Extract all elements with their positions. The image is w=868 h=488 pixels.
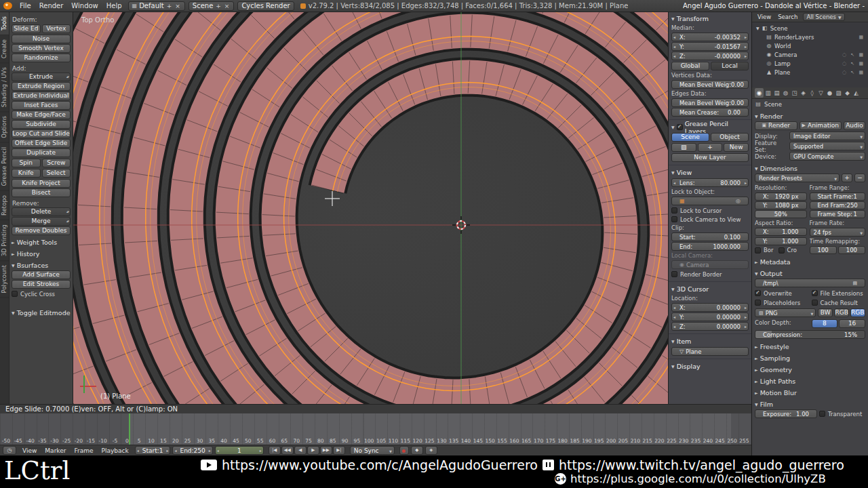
restrict-toggle-icons[interactable]: ◌ ↖ ▦ bbox=[842, 52, 867, 58]
editor-type-selector[interactable]: ◷ bbox=[3, 446, 16, 455]
tool-button[interactable]: Randomize bbox=[12, 54, 71, 62]
checkbox[interactable] bbox=[778, 247, 785, 253]
aspect-y-field[interactable]: Y:1.000 bbox=[755, 237, 807, 245]
restrict-toggle-icons[interactable]: ◌ ↖ ▦ bbox=[842, 70, 867, 75]
orientation-global-button[interactable]: Global bbox=[671, 62, 709, 70]
insert-keyframe-icon[interactable]: ◈ bbox=[425, 446, 437, 455]
remap-old-field[interactable]: 100 bbox=[810, 246, 837, 254]
render-border-checkbox[interactable]: Render Border bbox=[671, 270, 749, 279]
depth-16-button[interactable]: 16 bbox=[839, 319, 865, 328]
end-frame-field[interactable]: End Fram:250 bbox=[810, 201, 865, 209]
decrement-icon[interactable]: ◂ bbox=[217, 448, 219, 453]
outliner-item[interactable]: ◉ Camera ◌ ↖ ▦ bbox=[753, 50, 867, 59]
bisect-button[interactable]: Bisect bbox=[12, 188, 71, 197]
panel-header-metadata[interactable]: ►Metadata bbox=[755, 257, 865, 266]
add-preset-button[interactable]: + bbox=[842, 174, 852, 182]
output-path-field[interactable]: /tmp\▤ bbox=[755, 279, 865, 287]
orientation-local-button[interactable]: Local bbox=[711, 62, 749, 70]
checkbox[interactable] bbox=[671, 207, 677, 214]
tool-button[interactable]: Offset Edge Slide bbox=[12, 139, 71, 148]
decrement-icon[interactable]: ◂ bbox=[673, 44, 675, 49]
playback-button[interactable]: ▶ bbox=[307, 446, 319, 455]
vertex-bevel-weight-field[interactable]: Mean Bevel Weig:0.00 bbox=[671, 80, 749, 89]
delete-menu-button[interactable]: Delete bbox=[12, 207, 71, 216]
properties-tab-icon[interactable]: ◭ bbox=[852, 88, 861, 98]
resolution-x-field[interactable]: X:1920 px bbox=[755, 192, 807, 201]
outliner-item-scene[interactable]: ▼ ◧ Scene bbox=[753, 24, 867, 33]
remove-preset-button[interactable]: − bbox=[854, 174, 865, 182]
timeline-menu-item[interactable]: Frame bbox=[70, 447, 97, 454]
menu-item[interactable]: Help bbox=[102, 2, 126, 9]
timeline-menu-item[interactable]: Marker bbox=[41, 447, 70, 454]
folder-icon[interactable]: ▤ bbox=[852, 281, 857, 286]
remove-doubles-button[interactable]: Remove Doubles bbox=[12, 226, 71, 235]
checkbox[interactable] bbox=[755, 247, 761, 253]
outliner-item[interactable]: ▲ Plane ◌ ↖ ▦ bbox=[753, 68, 867, 77]
properties-tab-icon[interactable]: ◉ bbox=[755, 88, 764, 98]
file-format-dropdown[interactable]: ▨PNG bbox=[755, 308, 816, 317]
tool-button[interactable]: Extrude Region bbox=[12, 82, 71, 91]
lock-to-object-field[interactable]: ▦ ◎ bbox=[671, 197, 749, 205]
render-audio-button[interactable]: Audio bbox=[844, 121, 865, 130]
spin-button[interactable]: Spin bbox=[12, 159, 41, 167]
color-rgb-button[interactable]: RGB bbox=[834, 308, 849, 317]
properties-tab-icon[interactable]: ◍ bbox=[781, 88, 790, 98]
expand-icon[interactable]: ▼ bbox=[756, 26, 760, 30]
cyclic-cross-checkbox[interactable]: Cyclic Cross bbox=[12, 289, 71, 298]
outliner-display-mode[interactable]: All Scenes▼ bbox=[803, 13, 844, 21]
start-frame-field[interactable]: Start Frame:1 bbox=[810, 192, 865, 201]
blender-logo-icon[interactable] bbox=[3, 2, 12, 9]
panel-header-output[interactable]: ▼Output bbox=[755, 268, 865, 278]
add-surface-button[interactable]: Add Surface bbox=[12, 270, 71, 279]
screw-button[interactable]: Screw bbox=[42, 159, 71, 167]
tool-button[interactable]: Loop Cut and Slide bbox=[12, 129, 71, 138]
increment-icon[interactable]: ▸ bbox=[745, 305, 747, 310]
screen-layout-selector[interactable]: ▦ Default + × bbox=[128, 1, 185, 11]
item-name-field[interactable]: ▽Plane bbox=[671, 347, 749, 356]
tool-tab[interactable]: 3D Printing bbox=[0, 220, 9, 261]
outliner-item[interactable]: ◎ Lamp ◌ ↖ ▦ bbox=[753, 59, 867, 68]
gp-add-icon[interactable]: + bbox=[698, 143, 723, 152]
tool-button[interactable]: Smooth Vertex bbox=[12, 44, 71, 53]
lock-to-cursor-checkbox[interactable]: Lock to Cursor bbox=[671, 206, 749, 215]
checkbox[interactable] bbox=[812, 290, 818, 296]
feature-set-dropdown[interactable]: Supported bbox=[789, 142, 865, 150]
playback-button[interactable]: |◀ bbox=[269, 446, 281, 455]
median-coordinate-field[interactable]: ◂ X:-0.00352 ▸ bbox=[671, 33, 749, 41]
clip-start-field[interactable]: Start:0.100 bbox=[671, 232, 749, 241]
outliner-item[interactable]: ▤ RenderLayers ▦ bbox=[753, 33, 867, 41]
panel-header-item[interactable]: ▼Item bbox=[671, 336, 749, 346]
menu-item[interactable]: Render bbox=[35, 2, 68, 9]
edge-slide-button[interactable]: Slide Ed bbox=[12, 24, 41, 33]
mesh-selected-faces[interactable] bbox=[73, 12, 668, 404]
resolution-percentage-slider[interactable]: 50% bbox=[755, 210, 807, 218]
current-frame-playhead[interactable] bbox=[129, 413, 130, 445]
transparent-checkbox[interactable]: Transparent bbox=[819, 409, 865, 418]
exposure-field[interactable]: Exposure:1.00 bbox=[755, 409, 817, 418]
properties-tab-icon[interactable]: ▨ bbox=[834, 88, 843, 98]
knife-button[interactable]: Knife bbox=[12, 169, 41, 178]
edge-data-field[interactable]: Mean Bevel Weig:0.00 bbox=[671, 98, 749, 107]
properties-tab-icon[interactable]: ▥ bbox=[764, 88, 772, 98]
tool-button[interactable]: Make Edge/Face bbox=[12, 110, 71, 119]
timeline-menu-item[interactable]: View bbox=[18, 447, 41, 454]
render-animation-button[interactable]: ▶Animation bbox=[800, 121, 842, 130]
panel-header-collapsed[interactable]: ►Freestyle bbox=[755, 342, 865, 351]
timeline-ruler[interactable]: -50-45-40-35-30-25-20-15-10-505101520253… bbox=[0, 413, 751, 445]
lock-camera-checkbox[interactable]: Lock Camera to View bbox=[671, 215, 749, 224]
panel-header-dimensions[interactable]: ▼Dimensions bbox=[755, 163, 865, 173]
render-engine-selector[interactable]: Cycles Render bbox=[237, 1, 294, 11]
timeline-menu-item[interactable]: Playback bbox=[98, 447, 133, 454]
tool-tab[interactable]: Grease Pencil bbox=[0, 143, 9, 191]
panel-header-grease-pencil[interactable]: ▼Grease Pencil Layers bbox=[671, 122, 749, 132]
panel-header-3d-cursor[interactable]: ▼3D Cursor bbox=[671, 284, 749, 294]
properties-tab-icon[interactable]: ◳ bbox=[790, 88, 799, 98]
render-presets-dropdown[interactable]: Render Presets bbox=[755, 174, 840, 182]
tool-button[interactable]: Duplicate bbox=[12, 148, 71, 157]
playback-button[interactable]: ▶| bbox=[333, 446, 345, 455]
outliner-view-menu[interactable]: View bbox=[754, 14, 774, 20]
playback-button[interactable]: ◀◀ bbox=[281, 446, 294, 455]
median-coordinate-field[interactable]: ◂ Y:-0.01567 ▸ bbox=[671, 42, 749, 51]
playback-button[interactable]: ▶▶ bbox=[320, 446, 332, 455]
properties-tab-icon[interactable]: ● bbox=[825, 88, 834, 98]
